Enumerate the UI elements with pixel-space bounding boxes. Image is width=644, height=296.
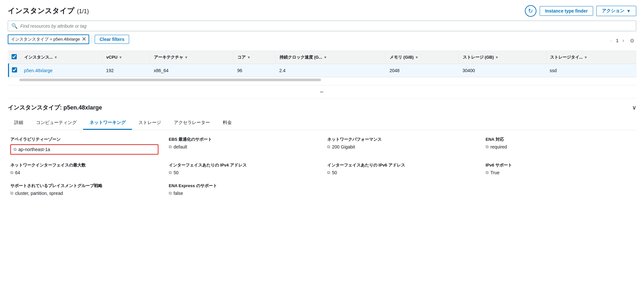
drag-handle-icon: ═ <box>320 89 324 94</box>
detail-item-max-interfaces: ネットワークインターフェイスの最大数 ⧉ 64 <box>10 162 158 175</box>
sort-icon-storage-type[interactable]: ▼ <box>584 55 587 59</box>
detail-label-placement: サポートされているプレイスメントグループ戦略 <box>10 183 158 189</box>
instance-table: インスタンス... ▼ vCPU ▼ アーキテクチャ ▼ <box>8 51 636 77</box>
col-cores: コア ▼ <box>233 51 276 64</box>
row-clock-speed: 2.4 <box>275 64 385 77</box>
header-actions: ↻ Instance type finder アクション ▼ <box>525 5 636 17</box>
detail-value-max-interfaces: 64 <box>15 170 20 175</box>
row-storage-type: ssd <box>546 64 636 77</box>
col-cores-label: コア <box>237 54 246 60</box>
col-architecture-label: アーキテクチャ <box>154 54 183 60</box>
sort-icon-clock-speed[interactable]: ▼ <box>324 55 327 59</box>
tab-networking[interactable]: ネットワーキング <box>83 117 132 130</box>
col-storage-gb-label: ストレージ (GB) <box>463 54 494 60</box>
table-settings-button[interactable]: ⚙ <box>628 37 636 44</box>
filter-row: インスタンスタイプ = p5en.48xlarge ✕ Clear filter… <box>8 34 129 44</box>
col-memory-label: メモリ (GiB) <box>390 54 413 60</box>
detail-label-network-perf: ネットワークパフォーマンス <box>327 137 475 142</box>
detail-value-ipv6: 50 <box>332 170 337 175</box>
prev-page-button[interactable]: ‹ <box>609 37 614 44</box>
detail-label-az: アベイラビリティーゾーン <box>10 137 158 142</box>
col-clock-speed-label: 持続クロック速度 (G... <box>279 54 322 60</box>
action-button[interactable]: アクション ▼ <box>596 6 636 16</box>
row-architecture: x86_64 <box>150 64 233 77</box>
search-icon: 🔍 <box>11 23 18 29</box>
col-storage-type-label: ストレージタイ... <box>550 54 583 60</box>
filter-tag-text: インスタンスタイプ = p5en.48xlarge <box>11 36 80 42</box>
sort-icon-instance-type[interactable]: ▼ <box>54 55 58 59</box>
select-all-checkbox[interactable] <box>12 54 17 59</box>
col-vcpu-label: vCPU <box>106 55 118 60</box>
detail-label-ena-express: ENA Express のサポート <box>169 183 317 189</box>
detail-label-ena: ENA 対応 <box>486 137 634 142</box>
sort-icon-storage-gb[interactable]: ▼ <box>495 55 499 59</box>
filter-remove-button[interactable]: ✕ <box>82 37 86 42</box>
detail-item-ena: ENA 対応 ⧉ required <box>486 137 634 155</box>
copy-icon-placement[interactable]: ⧉ <box>10 191 13 196</box>
copy-icon-ipv4[interactable]: ⧉ <box>169 170 172 175</box>
col-architecture: アーキテクチャ ▼ <box>150 51 233 64</box>
collapse-button[interactable]: ∨ <box>632 104 636 111</box>
instance-type-link[interactable]: p5en.48xlarge <box>24 68 53 73</box>
search-input[interactable] <box>20 24 633 29</box>
filter-divider <box>92 35 92 43</box>
detail-value-ipv4: 50 <box>174 170 179 175</box>
copy-icon-ena[interactable]: ⧉ <box>486 144 488 149</box>
detail-item-ena-express: ENA Express のサポート ⧉ false <box>169 183 317 196</box>
sort-icon-vcpu[interactable]: ▼ <box>119 55 122 59</box>
tab-accelerators[interactable]: アクセラレーター <box>167 117 216 130</box>
page-number: 1 <box>616 38 619 43</box>
copy-icon-ipv6-support[interactable]: ⧉ <box>486 170 488 175</box>
tabs-row: 詳細 コンピューティング ネットワーキング ストレージ アクセラレーター 料金 <box>8 117 636 130</box>
col-storage-type: ストレージタイ... ▼ <box>546 51 636 64</box>
detail-value-az: ap-northeast-1a <box>18 147 50 152</box>
detail-value-ena: required <box>490 144 507 149</box>
copy-icon-ipv6[interactable]: ⧉ <box>327 170 330 175</box>
copy-icon-ebs[interactable]: ⧉ <box>169 144 172 149</box>
copy-icon-ena-express[interactable]: ⧉ <box>169 191 172 196</box>
detail-label-ipv6-support: IPv6 サポート <box>486 162 634 168</box>
detail-value-ebs: default <box>174 144 187 149</box>
table-row: p5en.48xlarge 192 x86_64 96 2.4 2048 304… <box>9 64 636 77</box>
detail-label-ebs: EBS 最適化のサポート <box>169 137 317 142</box>
row-memory: 2048 <box>386 64 459 77</box>
detail-label-max-interfaces: ネットワークインターフェイスの最大数 <box>10 162 158 168</box>
row-instance-type: p5en.48xlarge <box>20 64 102 77</box>
col-instance-type-label: インスタンス... <box>24 54 53 60</box>
row-checkbox-td <box>9 64 20 77</box>
detail-label-ipv4: インターフェイスあたりの IPv4 アドレス <box>169 162 317 168</box>
detail-item-ipv6: インターフェイスあたりの IPv6 アドレス ⧉ 50 <box>327 162 475 175</box>
sort-icon-memory[interactable]: ▼ <box>415 55 419 59</box>
action-label: アクション <box>602 8 624 14</box>
detail-grid: アベイラビリティーゾーン ⧉ ap-northeast-1a EBS 最適化のサ… <box>8 137 636 196</box>
clear-filters-button[interactable]: Clear filters <box>95 35 129 44</box>
detail-item-network-perf: ネットワークパフォーマンス ⧉ 200 Gigabit <box>327 137 475 155</box>
tab-computing[interactable]: コンピューティング <box>30 117 83 130</box>
col-instance-type: インスタンス... ▼ <box>20 51 102 64</box>
copy-icon-az[interactable]: ⧉ <box>14 147 16 152</box>
instance-count: (1/1) <box>77 8 89 15</box>
refresh-button[interactable]: ↻ <box>525 5 536 17</box>
detail-value-network-perf: 200 Gigabit <box>332 144 355 149</box>
copy-icon-network-perf[interactable]: ⧉ <box>327 144 330 149</box>
copy-icon-max-interfaces[interactable]: ⧉ <box>10 170 13 175</box>
next-page-button[interactable]: › <box>620 37 626 44</box>
tab-details[interactable]: 詳細 <box>8 117 30 130</box>
row-checkbox[interactable] <box>12 67 17 72</box>
sort-icon-architecture[interactable]: ▼ <box>185 55 188 59</box>
detail-item-ebs: EBS 最適化のサポート ⧉ default <box>169 137 317 155</box>
pagination-row: ‹ 1 › ⚙ <box>609 37 636 44</box>
tab-pricing[interactable]: 料金 <box>216 117 238 130</box>
detail-item-az: アベイラビリティーゾーン ⧉ ap-northeast-1a <box>10 137 158 155</box>
col-memory: メモリ (GiB) ▼ <box>386 51 459 64</box>
instance-type-finder-button[interactable]: Instance type finder <box>540 6 593 16</box>
detail-item-ipv6-support: IPv6 サポート ⧉ True <box>486 162 634 175</box>
tab-storage[interactable]: ストレージ <box>132 117 167 130</box>
bottom-section-title: インスタンスタイプ: p5en.48xlarge <box>8 104 102 111</box>
sort-icon-cores[interactable]: ▼ <box>247 55 251 59</box>
detail-value-ena-express: false <box>174 191 183 196</box>
col-clock-speed: 持続クロック速度 (G... ▼ <box>275 51 385 64</box>
search-bar: 🔍 <box>8 21 636 31</box>
col-storage-gb: ストレージ (GB) ▼ <box>459 51 546 64</box>
detail-item-ipv4: インターフェイスあたりの IPv4 アドレス ⧉ 50 <box>169 162 317 175</box>
